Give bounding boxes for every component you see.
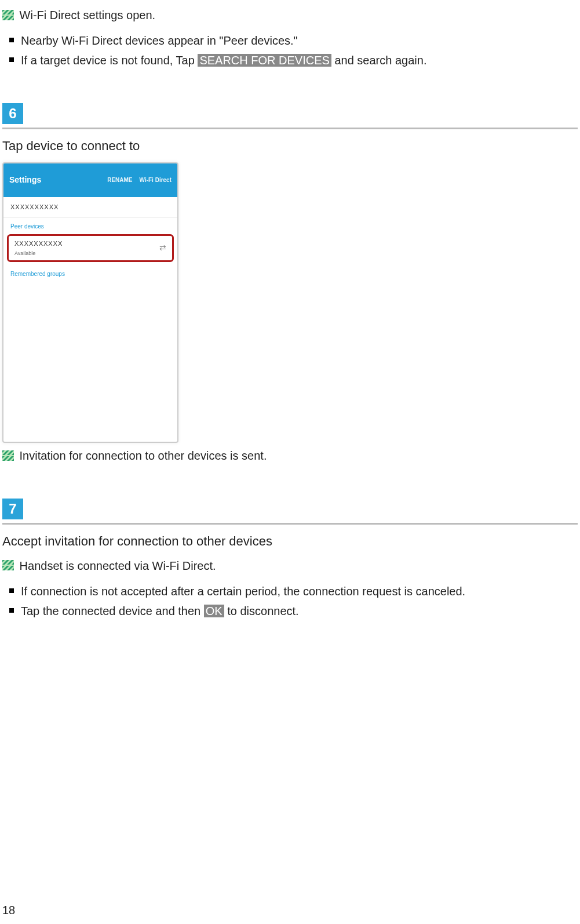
phone-header: Settings RENAME Wi-Fi Direct [3, 163, 177, 197]
search-for-devices-label: SEARCH FOR DEVICES [198, 54, 331, 67]
step-7-title: Accept invitation for connection to othe… [2, 533, 578, 551]
phone-header-action-1: RENAME [107, 176, 132, 184]
phone-device-name-row: XXXXXXXXXX [3, 197, 177, 218]
phone-header-title: Settings [9, 174, 41, 186]
flag-icon [2, 450, 14, 461]
step-6-divider [2, 128, 578, 129]
intro-bullet-2-post: and search again. [331, 54, 427, 67]
intro-bullet-1-text: Nearby Wi-Fi Direct devices appear in "P… [21, 34, 298, 47]
step-7-bullet-2: Tap the connected device and then OK to … [21, 603, 578, 619]
intro-bullet-2-pre: If a target device is not found, Tap [21, 54, 198, 67]
step-7-bullet-1-text: If connection is not accepted after a ce… [21, 585, 465, 598]
step-7-result-text: Handset is connected via Wi-Fi Direct. [20, 559, 216, 572]
step-6-title: Tap device to connect to [2, 137, 578, 155]
intro-result: Wi-Fi Direct settings open. [2, 7, 578, 23]
phone-groups-section-label: Remembered groups [3, 265, 177, 281]
phone-header-action-2: Wi-Fi Direct [140, 176, 172, 184]
phone-peer-name: XXXXXXXXXX [14, 239, 63, 248]
intro-bullet-1: Nearby Wi-Fi Direct devices appear in "P… [21, 32, 578, 49]
intro-result-text: Wi-Fi Direct settings open. [20, 9, 156, 21]
phone-device-name: XXXXXXXXXX [10, 203, 170, 212]
phone-peer-row: XXXXXXXXXX Available ⇄ [7, 234, 174, 262]
step-7-bullets: If connection is not accepted after a ce… [2, 583, 578, 619]
flag-icon [2, 560, 14, 570]
step-7-bullet-2-post: to disconnect. [224, 605, 299, 617]
step-6-screenshot: Settings RENAME Wi-Fi Direct XXXXXXXXXX … [2, 162, 178, 443]
step-6-result: Invitation for connection to other devic… [2, 448, 578, 464]
phone-peer-section-label: Peer devices [3, 218, 177, 233]
step-6-result-text: Invitation for connection to other devic… [20, 449, 267, 462]
wifi-direct-icon: ⇄ [159, 242, 166, 254]
intro-bullet-2: If a target device is not found, Tap SEA… [21, 52, 578, 68]
flag-icon [2, 10, 14, 20]
step-6-number: 6 [2, 103, 23, 124]
ok-label: OK [204, 605, 224, 617]
phone-peer-status: Available [14, 250, 63, 257]
step-7-result: Handset is connected via Wi-Fi Direct. [2, 558, 578, 574]
step-7-number: 7 [2, 499, 23, 519]
step-7-divider [2, 523, 578, 525]
step-7-bullet-1: If connection is not accepted after a ce… [21, 583, 578, 599]
step-7-bullet-2-pre: Tap the connected device and then [21, 605, 204, 617]
intro-bullets: Nearby Wi-Fi Direct devices appear in "P… [2, 32, 578, 68]
